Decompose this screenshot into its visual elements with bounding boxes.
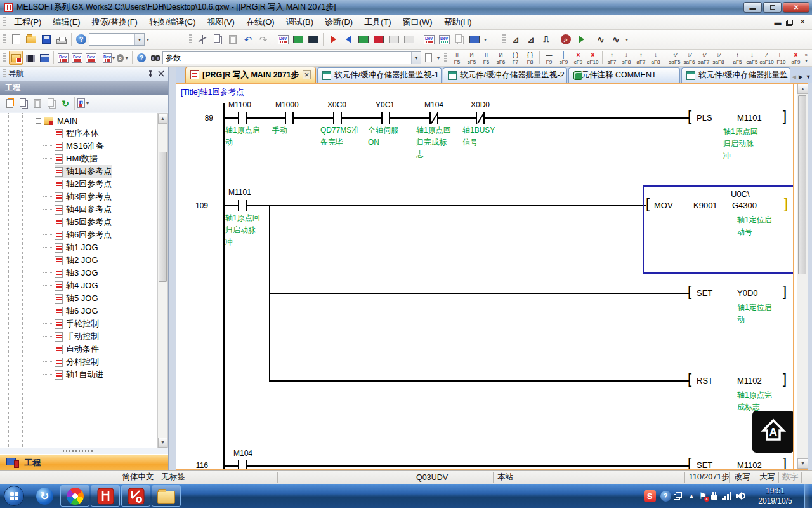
instruction-set[interactable]: SET <box>697 460 712 469</box>
tree-item[interactable]: 轴2回参考点 <box>55 178 112 190</box>
instruction-rst[interactable]: RST <box>697 376 713 385</box>
menu-view[interactable]: 视图(V) <box>202 15 240 30</box>
tree-item[interactable]: 轴2 JOG <box>55 254 98 267</box>
device-table-button[interactable]: Dev <box>70 51 83 64</box>
toolbar-grip[interactable] <box>502 34 506 44</box>
menu-compile[interactable]: 转换/编译(C) <box>143 15 202 30</box>
tab-scroll-left-icon[interactable]: ◀ <box>792 74 796 80</box>
scroll-up-icon[interactable]: ▲ <box>158 114 167 124</box>
operand[interactable]: M1102 <box>737 460 762 469</box>
tool-invert-result[interactable]: ↑aF5 <box>730 51 745 65</box>
tree-item[interactable]: 轴5 JOG <box>55 292 98 305</box>
instruction-pls[interactable]: PLS <box>697 113 712 123</box>
copy-data-button[interactable] <box>17 97 30 110</box>
document-search-button[interactable] <box>422 51 435 64</box>
paste-button[interactable] <box>226 32 240 46</box>
operand[interactable]: M1102 <box>737 376 762 385</box>
pulse-monitor-button[interactable]: ⎍ <box>539 32 553 46</box>
ladder-scrollbar[interactable]: ▲ ▼ <box>797 84 808 469</box>
new-data-button[interactable] <box>3 97 16 110</box>
chevron-down-icon[interactable]: ▼ <box>134 34 144 45</box>
menu-edit[interactable]: 编辑(E) <box>47 15 86 30</box>
tree-item[interactable]: 程序本体 <box>55 127 99 140</box>
run-button[interactable] <box>574 32 588 46</box>
tree-item[interactable]: 手动控制 <box>55 330 99 343</box>
menu-online[interactable]: 在线(O) <box>240 15 280 30</box>
cut-button[interactable] <box>195 32 209 46</box>
operand-destination[interactable]: G4300 <box>732 201 757 210</box>
show-desktop-button[interactable] <box>804 484 811 508</box>
device-find-button[interactable]: Dev <box>56 51 69 64</box>
redo-button[interactable]: ↷ <box>256 32 270 46</box>
tool-falling-pulse-close-branch[interactable]: ↓∕saF8 <box>711 51 726 65</box>
tab-device-monitor-3[interactable]: 软元件/缓冲存储器批量监 <box>681 67 790 83</box>
tree-item[interactable]: MS16准备 <box>55 140 104 152</box>
project-view-toggle[interactable] <box>9 51 23 65</box>
program-list-button[interactable] <box>38 51 51 64</box>
menu-diagnostics[interactable]: 诊断(D) <box>319 15 358 30</box>
nav-button-project[interactable]: 工程 <box>0 454 168 472</box>
sampling-trace-button[interactable] <box>452 32 466 46</box>
tool-open-contact[interactable]: ⊣⊢F5 <box>450 51 464 65</box>
tree-item[interactable]: 轴4 JOG <box>55 279 98 292</box>
ladder-monitor-button[interactable]: ⊿ <box>509 32 523 46</box>
tool-closed-contact[interactable]: ⊣∕⊢sF5 <box>464 51 479 65</box>
menu-find-replace[interactable]: 搜索/替换(F) <box>86 15 143 30</box>
start-button[interactable] <box>4 486 24 506</box>
taskbar-clock[interactable]: 19:51 2019/10/5 <box>750 486 800 506</box>
module-configuration-button[interactable] <box>24 51 37 64</box>
toolbar-overflow-chevron[interactable]: ▾ <box>435 55 442 61</box>
taskbar-gxworks2-icon[interactable] <box>91 485 120 507</box>
monitor-start-button[interactable] <box>357 32 370 46</box>
ladder-editor[interactable]: [Title]轴1回参考点 89 M1100 轴1原点启 动 M1000 手动 … <box>176 84 794 469</box>
tool-delete-line[interactable]: ×aF9 <box>789 51 803 65</box>
sort-filter-button[interactable]: ◧▾ <box>77 97 90 110</box>
tool-coil[interactable]: ( )F7 <box>508 51 523 65</box>
tray-sogou-icon[interactable]: S <box>644 490 656 502</box>
operand[interactable]: M1101 <box>737 113 762 123</box>
menu-window[interactable]: 窗口(W) <box>397 15 438 30</box>
paste-data-button[interactable] <box>31 97 44 110</box>
tool-invert-operation[interactable]: ∕caF10 <box>759 51 774 65</box>
read-from-plc-button[interactable] <box>341 32 355 46</box>
help2-button[interactable]: ? <box>135 51 148 64</box>
refresh-button[interactable]: ↻ <box>59 97 72 110</box>
tool-application-instruction[interactable]: { }F8 <box>523 51 537 65</box>
tree-item[interactable]: HMI数据 <box>55 152 98 165</box>
monitor-pause-button[interactable] <box>387 32 401 46</box>
copy-button[interactable] <box>211 32 225 46</box>
action-center-flag-icon[interactable]: ⚑✕ <box>698 491 707 500</box>
close-button[interactable]: ✕ <box>783 2 809 13</box>
tray-hidden-icons-chevron[interactable]: ▲ <box>689 493 695 499</box>
tree-item-selected[interactable]: 轴1回参考点 <box>55 165 112 178</box>
toolbar-grip[interactable] <box>444 53 447 63</box>
no-contact[interactable] <box>238 200 247 211</box>
tool-falling-pulse[interactable]: ↓sF8 <box>619 51 634 65</box>
mdi-restore-button[interactable] <box>787 20 793 25</box>
tab-main-program[interactable]: [PRG]R 写入 MAIN 2071步 ✕ <box>185 67 316 83</box>
device-memory-button[interactable] <box>291 32 305 46</box>
tab-device-comment[interactable]: 软元件注释 COMMENT <box>568 67 680 83</box>
tree-item[interactable]: 轴6 JOG <box>55 305 98 318</box>
no-contact[interactable] <box>285 112 294 124</box>
menu-debug[interactable]: 调试(B) <box>280 15 319 30</box>
device-structure-button[interactable]: Dev <box>84 51 97 64</box>
tool-delete-hline[interactable]: ×cF9 <box>571 51 586 65</box>
power-plug-icon[interactable] <box>711 495 717 500</box>
trace-setting-button[interactable]: ∿ <box>609 32 623 46</box>
tree-item[interactable]: 轴3 JOG <box>55 267 98 279</box>
scroll-down-icon[interactable]: ▼ <box>158 438 167 448</box>
chevron-down-icon[interactable]: ▼ <box>411 52 421 64</box>
scrollbar-thumb[interactable] <box>159 152 167 282</box>
find-binoculars-button[interactable] <box>149 51 162 64</box>
tree-item[interactable]: 轴6回参考点 <box>55 229 112 241</box>
device-display-button[interactable]: Dev▾ <box>103 51 115 64</box>
watch-window-button[interactable]: ⌕ <box>559 32 573 46</box>
tab-device-monitor-2[interactable]: 软元件/缓冲存储器批量监视-2 <box>443 67 567 83</box>
no-contact[interactable] <box>238 460 247 469</box>
scrollbar-thumb[interactable] <box>798 95 806 274</box>
toolbar-overflow-chevron[interactable]: »▾ <box>803 52 809 64</box>
volume-icon[interactable] <box>736 491 746 500</box>
version-combobox[interactable]: ▼ <box>89 33 145 46</box>
tree-item-main[interactable]: − MAIN <box>36 114 78 127</box>
